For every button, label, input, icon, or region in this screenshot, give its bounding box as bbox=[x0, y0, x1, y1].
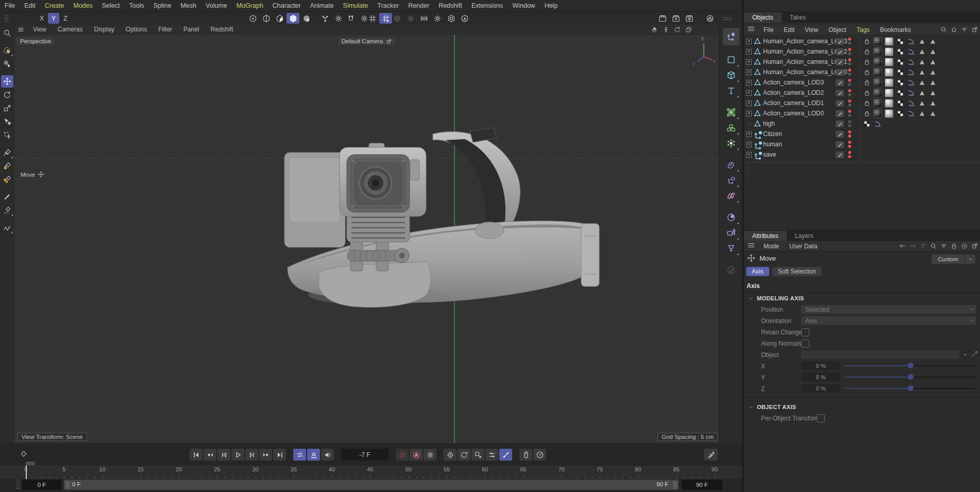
object-name[interactable]: Action_camera_LOD3 bbox=[763, 79, 824, 86]
material-tag-dark[interactable] bbox=[873, 47, 882, 56]
uvw-tag[interactable] bbox=[896, 110, 904, 118]
object-row-human-action-camera-lod0[interactable]: +Human_Action_camera_LOD0 bbox=[744, 67, 980, 77]
material-tag-light[interactable] bbox=[885, 89, 893, 97]
up-icon[interactable] bbox=[920, 243, 926, 249]
normal-tag[interactable] bbox=[918, 89, 926, 97]
visibility-dot-editor[interactable] bbox=[848, 58, 851, 61]
range-end-grip[interactable] bbox=[673, 481, 677, 488]
visibility-dot-editor[interactable] bbox=[848, 99, 851, 103]
normal-tag[interactable] bbox=[928, 58, 937, 66]
edit-toggle[interactable] bbox=[836, 100, 844, 107]
add-environment-button[interactable] bbox=[723, 210, 739, 225]
add-generator-button[interactable] bbox=[723, 105, 739, 120]
frame-offset-field[interactable]: -7 F bbox=[341, 449, 388, 461]
normal-tag[interactable] bbox=[928, 69, 937, 77]
visibility-dot-render[interactable] bbox=[848, 155, 851, 158]
visibility-dot-render[interactable] bbox=[848, 42, 851, 45]
menu-simulate[interactable]: Simulate bbox=[339, 0, 373, 11]
edit-toggle[interactable] bbox=[836, 38, 844, 45]
protection-tag[interactable] bbox=[863, 99, 871, 108]
next-key-button[interactable] bbox=[259, 449, 272, 461]
add-instance-button[interactable] bbox=[723, 189, 739, 203]
object-name[interactable]: Human_Action_camera_LOD1 bbox=[763, 58, 847, 65]
viewport-menu-cameras[interactable]: Cameras bbox=[52, 25, 89, 34]
material-tag-light[interactable] bbox=[885, 37, 893, 46]
eyedropper-icon[interactable] bbox=[971, 351, 978, 358]
preset-dropdown-arrow[interactable] bbox=[965, 255, 975, 264]
falloff-settings-button[interactable] bbox=[404, 13, 417, 24]
object-row-action-camera-lod1[interactable]: +Action_camera_LOD1 bbox=[744, 98, 980, 108]
edit-toggle[interactable] bbox=[836, 121, 844, 127]
uvw-tag[interactable] bbox=[896, 99, 904, 108]
asset-browser-button[interactable] bbox=[19, 13, 31, 24]
pen-tool-button[interactable] bbox=[1, 146, 13, 159]
visibility-dot-render[interactable] bbox=[848, 134, 851, 138]
add-camera-button[interactable] bbox=[723, 226, 739, 240]
material-tag-dark[interactable] bbox=[873, 37, 882, 46]
object-row-citizen[interactable]: +Citizen bbox=[744, 129, 980, 139]
record-rotation-button[interactable] bbox=[458, 449, 470, 461]
tab-takes[interactable]: Takes bbox=[782, 12, 814, 23]
preview-range-bar[interactable]: 0 F 90 F bbox=[64, 480, 679, 490]
back-icon[interactable] bbox=[899, 243, 906, 249]
normal-tag[interactable] bbox=[928, 38, 937, 46]
viewport[interactable]: Y x z ViewCamerasDisplayOptionsFilterPan… bbox=[14, 25, 719, 443]
objects-search-icon[interactable] bbox=[940, 26, 947, 33]
phong-tag[interactable] bbox=[907, 99, 915, 108]
add-field-button[interactable] bbox=[723, 158, 739, 172]
edit-toggle[interactable] bbox=[836, 59, 844, 65]
playback-rate-button[interactable] bbox=[533, 449, 546, 461]
phong-tag[interactable] bbox=[907, 89, 915, 97]
visibility-dot-render[interactable] bbox=[848, 73, 851, 76]
visibility-dot-editor[interactable] bbox=[848, 89, 851, 92]
render-settings-button[interactable] bbox=[683, 13, 696, 24]
range-start-grip[interactable] bbox=[65, 481, 70, 488]
normal-tag[interactable] bbox=[918, 110, 926, 118]
value-x[interactable]: 0 % bbox=[801, 362, 840, 370]
falloff-toggle-button[interactable] bbox=[391, 13, 403, 24]
timeline-ruler[interactable]: 051015202530354045505560657075808590 bbox=[0, 465, 742, 480]
normal-tag[interactable] bbox=[928, 110, 937, 118]
add-text-button[interactable] bbox=[723, 83, 739, 98]
protection-tag[interactable] bbox=[863, 89, 871, 97]
uvw-tag[interactable] bbox=[896, 89, 904, 97]
add-deformer-button[interactable] bbox=[723, 136, 739, 150]
objects-menu-icon[interactable] bbox=[744, 25, 758, 35]
edges-mode-button[interactable] bbox=[260, 13, 273, 24]
edit-toggle[interactable] bbox=[836, 131, 844, 138]
play-button[interactable] bbox=[231, 449, 244, 461]
menu-render[interactable]: Render bbox=[403, 0, 434, 11]
checkbox-retain-changes[interactable] bbox=[801, 328, 809, 336]
goto-end-button[interactable] bbox=[273, 449, 286, 461]
symmetry-settings-button[interactable] bbox=[431, 13, 444, 24]
workplane-auto-button[interactable] bbox=[458, 13, 471, 24]
visibility-dot-editor[interactable] bbox=[848, 151, 851, 154]
render-view-button[interactable] bbox=[656, 13, 669, 24]
menu-tracker[interactable]: Tracker bbox=[373, 0, 403, 11]
scale-tool-button[interactable] bbox=[1, 102, 13, 114]
menu-file[interactable]: File bbox=[0, 0, 20, 11]
visibility-dot-editor[interactable] bbox=[848, 120, 851, 123]
orbit-view-button[interactable] bbox=[672, 25, 682, 33]
record-pla-button[interactable] bbox=[499, 449, 512, 461]
phong-tag[interactable] bbox=[873, 120, 882, 128]
protection-tag[interactable] bbox=[863, 110, 871, 118]
play-sound-button[interactable] bbox=[321, 449, 334, 461]
edit-toggle[interactable] bbox=[836, 151, 844, 158]
object-name[interactable]: Action_camera_LOD0 bbox=[763, 110, 824, 117]
render-to-picture-viewer-button[interactable] bbox=[669, 13, 682, 24]
object-name[interactable]: human bbox=[763, 141, 782, 148]
object-row-human-action-camera-lod1[interactable]: +Human_Action_camera_LOD1 bbox=[744, 57, 980, 67]
normal-tag[interactable] bbox=[918, 58, 926, 66]
protection-tag[interactable] bbox=[863, 79, 871, 87]
object-row-save[interactable]: +save bbox=[744, 149, 980, 160]
visibility-dot-render[interactable] bbox=[848, 104, 851, 107]
menu-tools[interactable]: Tools bbox=[125, 0, 149, 11]
attributes-popout-icon[interactable] bbox=[971, 243, 978, 249]
visibility-dot-editor[interactable] bbox=[848, 79, 851, 82]
viewport-menu-options[interactable]: Options bbox=[120, 25, 153, 34]
tab-layers[interactable]: Layers bbox=[787, 231, 822, 241]
expand-icon[interactable]: + bbox=[746, 49, 752, 55]
next-frame-button[interactable] bbox=[245, 449, 258, 461]
viewport-menu-panel[interactable]: Panel bbox=[178, 25, 205, 34]
